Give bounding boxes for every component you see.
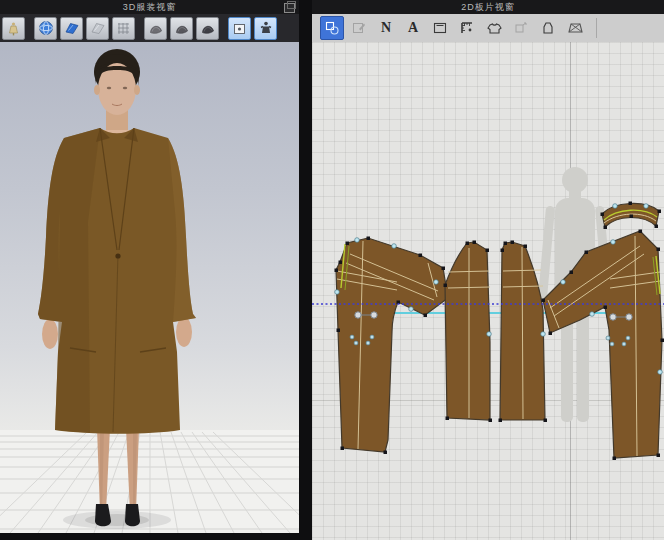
floor-grid <box>0 430 299 533</box>
pin-box-icon <box>232 21 247 36</box>
show-pins-button[interactable] <box>228 17 251 40</box>
edit-pattern-button[interactable] <box>347 16 371 40</box>
fit-avatar-button[interactable] <box>254 17 277 40</box>
viewport-3d[interactable] <box>0 42 299 533</box>
toolbar-2d: N A <box>312 14 664 43</box>
show-avatar-button[interactable] <box>2 17 25 40</box>
pattern-piece-front-left[interactable] <box>335 237 451 455</box>
notch-tool-button[interactable]: N <box>374 16 398 40</box>
coat-button <box>115 253 120 258</box>
transform-pattern-button[interactable] <box>320 16 344 40</box>
surface-shading-2-button[interactable] <box>170 17 193 40</box>
mesh-trapezoid-icon <box>567 20 584 36</box>
panel-2d-titlebar: 2D板片视窗 <box>312 0 664 14</box>
transform-icon <box>324 20 340 36</box>
arrange-gizmo-button[interactable] <box>34 17 57 40</box>
fabric-shaded-icon <box>174 20 190 36</box>
dress-form-icon <box>6 21 21 36</box>
surface-shading-1-button[interactable] <box>144 17 167 40</box>
measure-tool-button[interactable] <box>455 16 479 40</box>
panel-2d-title: 2D板片视窗 <box>461 2 515 12</box>
avatar-left-hand <box>42 319 58 349</box>
cloth-gray-icon <box>90 20 106 36</box>
fabric-shaded-icon <box>148 20 164 36</box>
pattern-piece-back-right[interactable] <box>499 241 548 423</box>
pattern-block-button[interactable] <box>536 16 560 40</box>
move-pattern-icon <box>513 20 529 36</box>
gizmo-sphere-icon <box>38 20 54 36</box>
avatar-right-hand <box>176 317 192 347</box>
toolbar-3d <box>0 14 299 43</box>
rectangle-tool-button[interactable] <box>428 16 452 40</box>
float-window-icon[interactable] <box>284 3 295 13</box>
avatar-3d-scene <box>0 42 299 533</box>
mesh-view-button[interactable] <box>112 17 135 40</box>
panel-3d-garment: 3D服装视窗 <box>0 0 299 533</box>
move-pattern-button[interactable] <box>509 16 533 40</box>
sew-garment-button[interactable] <box>482 16 506 40</box>
toolbar-separator <box>596 18 597 38</box>
show-garment-alt-button[interactable] <box>86 17 109 40</box>
viewport-2d[interactable] <box>312 42 664 540</box>
panel-3d-title: 3D服装视窗 <box>123 2 177 12</box>
avatar-right-shoe <box>125 504 140 526</box>
notch-tool-icon: N <box>381 20 391 36</box>
cloth-blue-icon <box>64 20 80 36</box>
show-garment-button[interactable] <box>60 17 83 40</box>
text-tool-icon: A <box>408 20 418 36</box>
garment-box-icon <box>486 20 503 36</box>
panel-2d-pattern: 2D板片视窗 N A <box>312 0 664 540</box>
rectangle-icon <box>432 20 448 36</box>
mesh-tool-button[interactable] <box>563 16 587 40</box>
avatar-cloth-icon <box>258 20 274 36</box>
text-tool-button[interactable]: A <box>401 16 425 40</box>
panel-3d-titlebar: 3D服装视窗 <box>0 0 299 14</box>
ruler-icon <box>459 20 475 36</box>
pattern-block-icon <box>540 20 556 36</box>
panel-divider[interactable] <box>299 0 312 540</box>
pattern-piece-collar[interactable] <box>601 202 662 230</box>
application-window: { "panels": { "left": { "title": "3D服装视窗… <box>0 0 664 540</box>
edit-box-icon <box>351 20 367 36</box>
mesh-grid-icon <box>116 21 131 36</box>
pattern-piece-back-left[interactable] <box>444 241 493 423</box>
garment-coat[interactable] <box>38 128 196 434</box>
fabric-shaded-icon <box>200 20 216 36</box>
surface-shading-3-button[interactable] <box>196 17 219 40</box>
